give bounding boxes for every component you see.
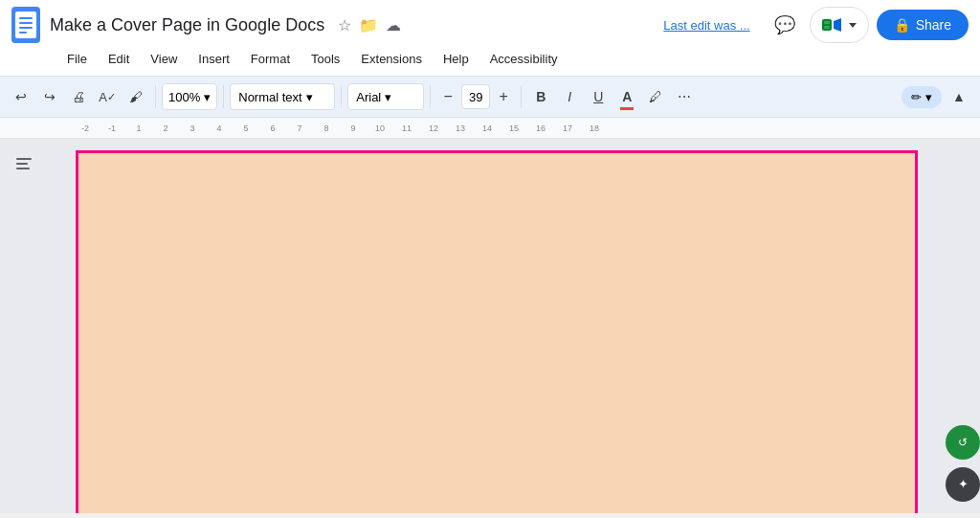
edit-mode-button[interactable]: ✏ ▾ <box>902 86 942 108</box>
menu-bar: File Edit View Insert Format Tools Exten… <box>0 46 980 76</box>
ruler-mark: 12 <box>420 124 447 133</box>
menu-file[interactable]: File <box>57 48 97 70</box>
ruler-mark: -1 <box>99 124 125 133</box>
svg-text:✦: ✦ <box>958 477 969 491</box>
menu-view[interactable]: View <box>141 48 187 70</box>
ruler-mark: 9 <box>340 124 367 133</box>
paint-format-button[interactable]: 🖌 <box>122 81 149 112</box>
docs-logo-line-1 <box>19 17 33 19</box>
svg-rect-0 <box>822 19 832 31</box>
share-button[interactable]: 🔒 Share <box>877 10 969 40</box>
font-size-increase[interactable]: + <box>492 85 515 108</box>
share-label: Share <box>916 17 951 33</box>
toolbar-right: ✏ ▾ ▲ <box>902 81 972 112</box>
highlight-button[interactable]: 🖊 <box>642 81 669 112</box>
gemini-icon: ↺ <box>952 432 973 453</box>
italic-button[interactable]: I <box>556 81 583 112</box>
doc-page[interactable] <box>76 150 918 513</box>
ruler-mark: 4 <box>206 124 233 133</box>
comments-icon[interactable]: 💬 <box>768 8 802 42</box>
font-value: Arial <box>356 90 381 104</box>
lock-icon: 🔒 <box>894 17 910 33</box>
outline-icon[interactable] <box>11 150 37 177</box>
menu-format[interactable]: Format <box>241 48 300 70</box>
style-value: Normal text <box>238 90 301 104</box>
sidebar-left <box>0 139 48 513</box>
toolbar-sep-3 <box>341 85 342 108</box>
doc-area: ↺ ✦ <box>0 139 980 513</box>
spell-check-button[interactable]: A✓ <box>94 81 121 112</box>
menu-extensions[interactable]: Extensions <box>351 48 432 70</box>
ruler-mark: 14 <box>474 124 501 133</box>
ruler-mark: 17 <box>554 124 581 133</box>
pencil-icon: ✏ <box>911 90 922 104</box>
meet-button[interactable] <box>810 7 869 43</box>
svg-marker-1 <box>834 18 841 32</box>
toolbar-sep-1 <box>155 85 156 108</box>
toolbar: ↩ ↪ 🖨 A✓ 🖌 100% ▾ Normal text ▾ Arial ▾ … <box>0 76 980 118</box>
style-dropdown-icon: ▾ <box>306 90 313 104</box>
ruler-mark: 2 <box>152 124 179 133</box>
print-button[interactable]: 🖨 <box>65 81 92 112</box>
last-edit-label[interactable]: Last edit was ... <box>663 18 749 33</box>
font-select[interactable]: Arial ▾ <box>347 83 424 110</box>
font-size-input[interactable] <box>461 84 490 109</box>
collapse-toolbar-button[interactable]: ▲ <box>946 81 972 112</box>
svg-marker-4 <box>849 23 857 28</box>
header-actions: 💬 🔒 Share <box>768 7 969 43</box>
docs-logo-line-3 <box>19 27 33 29</box>
folder-icon[interactable]: 📁 <box>359 16 378 34</box>
outline-svg <box>14 154 33 173</box>
ruler-mark: 11 <box>393 124 420 133</box>
ruler-mark: 13 <box>447 124 474 133</box>
undo-button[interactable]: ↩ <box>8 81 34 112</box>
ai-icon: ✦ <box>952 474 973 495</box>
redo-button[interactable]: ↪ <box>36 81 63 112</box>
bold-button[interactable]: B <box>527 81 554 112</box>
svg-text:↺: ↺ <box>958 436 968 449</box>
font-color-icon: A <box>622 89 632 104</box>
menu-help[interactable]: Help <box>434 48 479 70</box>
title-bar: Make a Cover Page in Google Docs ☆ 📁 ☁ L… <box>0 0 980 46</box>
star-icon[interactable]: ☆ <box>338 16 351 34</box>
menu-accessibility[interactable]: Accessibility <box>480 48 568 70</box>
toolbar-sep-4 <box>430 85 431 108</box>
menu-tools[interactable]: Tools <box>301 48 349 70</box>
toolbar-sep-5 <box>521 85 522 108</box>
font-size-decrease[interactable]: − <box>436 85 459 108</box>
toolbar-sep-2 <box>223 85 224 108</box>
ruler: -2 -1 1 2 3 4 5 6 7 8 9 10 11 12 13 14 1… <box>0 118 980 139</box>
style-select[interactable]: Normal text ▾ <box>230 83 335 110</box>
underline-button[interactable]: U <box>585 81 612 112</box>
svg-rect-3 <box>824 26 830 29</box>
font-size-area: − + <box>436 84 515 109</box>
ruler-mark: 15 <box>501 124 527 133</box>
ruler-mark: 7 <box>286 124 313 133</box>
gemini-button[interactable]: ↺ <box>946 425 980 460</box>
menu-insert[interactable]: Insert <box>189 48 239 70</box>
svg-rect-5 <box>16 158 32 160</box>
font-color-button[interactable]: A <box>613 81 640 112</box>
ai-button[interactable]: ✦ <box>946 467 980 502</box>
docs-logo-lines <box>19 17 33 34</box>
ruler-mark: 18 <box>581 124 608 133</box>
svg-rect-2 <box>824 21 830 24</box>
cloud-icon[interactable]: ☁ <box>386 16 401 34</box>
zoom-dropdown-icon: ▾ <box>204 90 211 104</box>
docs-logo-inner <box>15 11 36 38</box>
docs-logo[interactable] <box>11 7 40 43</box>
docs-logo-line-4 <box>19 32 27 34</box>
menu-edit[interactable]: Edit <box>99 48 139 70</box>
ruler-mark: 6 <box>259 124 286 133</box>
sidebar-right: ↺ ✦ <box>946 139 980 513</box>
ruler-mark: 5 <box>233 124 259 133</box>
meet-icon <box>820 13 843 36</box>
ruler-mark: 10 <box>367 124 393 133</box>
ruler-mark: 1 <box>125 124 152 133</box>
doc-title: Make a Cover Page in Google Docs <box>50 15 324 35</box>
ruler-marks: -2 -1 1 2 3 4 5 6 7 8 9 10 11 12 13 14 1… <box>72 124 980 133</box>
zoom-select[interactable]: 100% ▾ <box>162 83 217 110</box>
svg-rect-7 <box>16 168 30 169</box>
more-options-button[interactable]: ⋯ <box>671 81 698 112</box>
doc-page-area[interactable] <box>48 139 946 513</box>
